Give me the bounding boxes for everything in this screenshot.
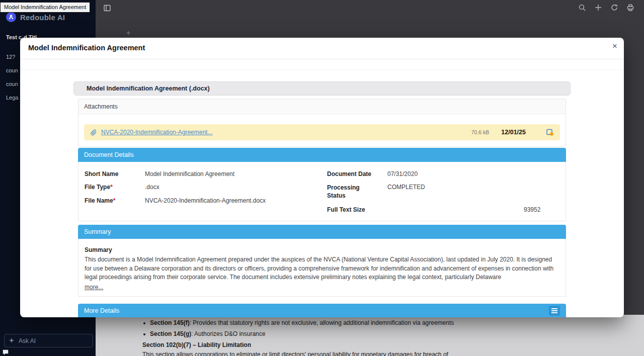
sidebar-item[interactable]: 12? [6, 54, 15, 60]
menu-icon[interactable] [549, 306, 560, 316]
print-icon[interactable] [626, 4, 634, 12]
section-header-document-details: Document Details [78, 148, 566, 162]
sidebar-item[interactable]: Lega [6, 95, 18, 101]
bullet-desc: : Authorizes D&O insurance [191, 330, 265, 337]
rotate-icon[interactable] [610, 4, 618, 12]
attachments-header: Attachments [78, 99, 566, 114]
attachment-type-icon [546, 128, 554, 136]
attachments-body: NVCA-2020-Indemnification-Agreement... 7… [78, 114, 566, 146]
bullet-term: Section 145(g) [150, 330, 191, 337]
field-label: Document Date [327, 170, 371, 177]
brand[interactable]: Redouble AI [6, 12, 65, 22]
summary-label: Summary [85, 246, 112, 253]
app-root: Section 145(f): Provides that statutory … [0, 0, 644, 356]
document-details-body: Short Name Model Indemnification Agreeme… [78, 162, 566, 221]
ask-ai-box [4, 334, 93, 347]
field-label: Short Name [85, 170, 118, 177]
section-header-summary: Summary [78, 225, 566, 239]
field-value: COMPLETED [387, 184, 425, 191]
bullet-term: Section 145(f) [150, 319, 190, 326]
bullet-text: Section 145(f): Provides that statutory … [150, 319, 454, 326]
field-value: 93952 [524, 206, 540, 213]
sidebar-item[interactable]: Test c [6, 34, 22, 40]
required-mark: * [110, 184, 113, 191]
section-header-more-details: More Details [78, 304, 566, 317]
bullet-text: Section 145(g): Authorizes D&O insurance [150, 330, 265, 337]
paperclip-icon [90, 129, 97, 136]
document-preview-page: Section 145(f): Provides that statutory … [96, 315, 644, 356]
field-value: 07/31/2020 [387, 170, 418, 177]
bullet-desc: : Provides that statutory rights are not… [190, 319, 454, 326]
brand-name: Redouble AI [20, 13, 65, 22]
section-subheading: Section 102(b)(7) – Liability Limitation [142, 341, 251, 348]
sparkle-icon [9, 337, 15, 343]
brand-logo-icon [6, 12, 16, 22]
list-item: Section 145(g): Authorizes D&O insurance [142, 330, 265, 337]
divider [20, 59, 624, 59]
attachment-date: 12/01/25 [501, 129, 526, 136]
attachment-filename[interactable]: NVCA-2020-Indemnification-Agreement... [101, 129, 212, 136]
field-label: File Type* [85, 184, 113, 191]
document-modal: Model Indemnification Agreement × Model … [20, 38, 624, 317]
sidebar-item[interactable]: coun [6, 81, 18, 87]
add-icon[interactable] [594, 4, 602, 12]
field-value: Model Indemnification Agreement [145, 170, 234, 177]
search-icon[interactable] [578, 4, 586, 12]
list-item: Section 145(f): Provides that statutory … [142, 319, 454, 326]
more-link[interactable]: more... [85, 284, 103, 291]
file-banner: Model Indemnification Agreement (.docx) [73, 81, 571, 96]
panel-toggle-icon[interactable] [103, 4, 111, 12]
modal-title: Model Indemnification Agreement [28, 44, 145, 52]
section-paragraph: This section allows corporations to elim… [142, 351, 565, 356]
attachment-row[interactable]: NVCA-2020-Indemnification-Agreement... 7… [84, 124, 560, 140]
more-details-label: More Details [84, 307, 119, 314]
zoom-in-control[interactable]: + [126, 29, 130, 37]
field-value: NVCA-2020-Indemnification-Agreement.docx [145, 197, 266, 204]
field-label: Processing Status [327, 184, 369, 200]
close-icon[interactable]: × [612, 42, 617, 50]
tooltip: Model Indemnification Agreement [0, 2, 90, 13]
summary-text: This document is a Model Indemnification… [85, 255, 560, 282]
attachment-size: 70.6 kB [471, 129, 490, 135]
field-value: .docx [145, 184, 159, 191]
required-mark: * [113, 197, 116, 204]
chat-icon[interactable] [2, 349, 9, 355]
bullet-icon [143, 333, 145, 335]
attachments-section: Attachments NVCA-2020-Indemnification-Ag… [78, 99, 566, 147]
divider [20, 69, 624, 70]
bullet-icon [143, 322, 145, 324]
field-label: Full Text Size [327, 206, 365, 213]
sidebar-item[interactable]: coun [6, 67, 18, 73]
field-label: File Name* [85, 197, 115, 204]
summary-body: Summary This document is a Model Indemni… [78, 239, 566, 297]
ask-ai-input[interactable] [4, 334, 93, 347]
